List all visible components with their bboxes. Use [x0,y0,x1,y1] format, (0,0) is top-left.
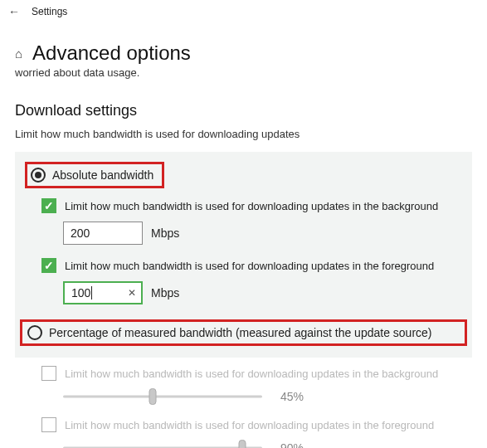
section-subtitle-download: Limit how much bandwidth is used for dow… [15,128,472,140]
checkbox-empty-icon [41,366,56,381]
checkbox-bg-percentage: Limit how much bandwidth is used for dow… [20,361,467,386]
checkmark-icon: ✓ [41,258,56,273]
slider-row-bg: 45% [20,386,467,412]
checkbox-empty-icon [41,417,56,432]
section-title-download: Download settings [15,102,472,119]
slider-track [63,396,262,398]
checkbox-bg-absolute[interactable]: ✓ Limit how much bandwidth is used for d… [20,193,467,218]
radio-absolute-label: Absolute bandwidth [52,168,153,182]
checkbox-fg-absolute-label: Limit how much bandwidth is used for dow… [65,260,434,272]
checkmark-icon: ✓ [41,198,56,213]
content-area: ⌂ Advanced options worried about data us… [0,23,487,448]
unit-fg: Mbps [151,286,179,299]
slider-bg-value: 45% [280,390,314,403]
radio-unselected-icon [27,325,42,340]
page-description-fragment: worried about data usage. [15,66,472,79]
app-title: Settings [32,6,67,17]
slider-bg-percentage [63,389,262,404]
slider-row-fg: 90% [20,437,467,448]
radio-percentage-bandwidth[interactable]: Percentage of measured bandwidth (measur… [20,319,467,346]
radio-selected-icon [31,168,46,183]
page-header: ⌂ Advanced options [15,41,472,65]
checkbox-bg-percentage-label: Limit how much bandwidth is used for dow… [65,368,438,380]
slider-fg-value: 90% [280,441,314,448]
percentage-disabled-block: Limit how much bandwidth is used for dow… [15,358,472,448]
checkbox-bg-absolute-label: Limit how much bandwidth is used for dow… [65,200,438,212]
clear-input-icon[interactable]: ✕ [128,287,136,299]
input-bg-bandwidth[interactable]: 200 [63,222,143,245]
checkbox-fg-percentage-label: Limit how much bandwidth is used for dow… [65,419,434,431]
home-icon[interactable]: ⌂ [15,46,22,61]
unit-bg: Mbps [151,226,179,240]
slider-fg-percentage [63,441,262,448]
text-caret [91,286,92,299]
input-row-bg-absolute: 200 Mbps [20,218,467,253]
input-fg-value: 100 [71,286,90,299]
title-bar: ← Settings [0,0,487,23]
checkbox-fg-absolute[interactable]: ✓ Limit how much bandwidth is used for d… [20,253,467,278]
page-title: Advanced options [32,41,191,65]
slider-thumb [149,388,157,405]
radio-percentage-label: Percentage of measured bandwidth (measur… [49,326,432,339]
back-icon[interactable]: ← [8,5,20,18]
input-bg-value: 200 [71,226,90,240]
radio-absolute-bandwidth[interactable]: Absolute bandwidth [20,157,467,193]
highlight-box-absolute: Absolute bandwidth [25,162,164,188]
checkbox-fg-percentage: Limit how much bandwidth is used for dow… [20,412,467,437]
input-row-fg-absolute: 100 ✕ Mbps [20,278,467,313]
slider-thumb [239,440,246,448]
absolute-bandwidth-panel: Absolute bandwidth ✓ Limit how much band… [15,152,472,358]
input-fg-bandwidth[interactable]: 100 ✕ [63,281,143,304]
